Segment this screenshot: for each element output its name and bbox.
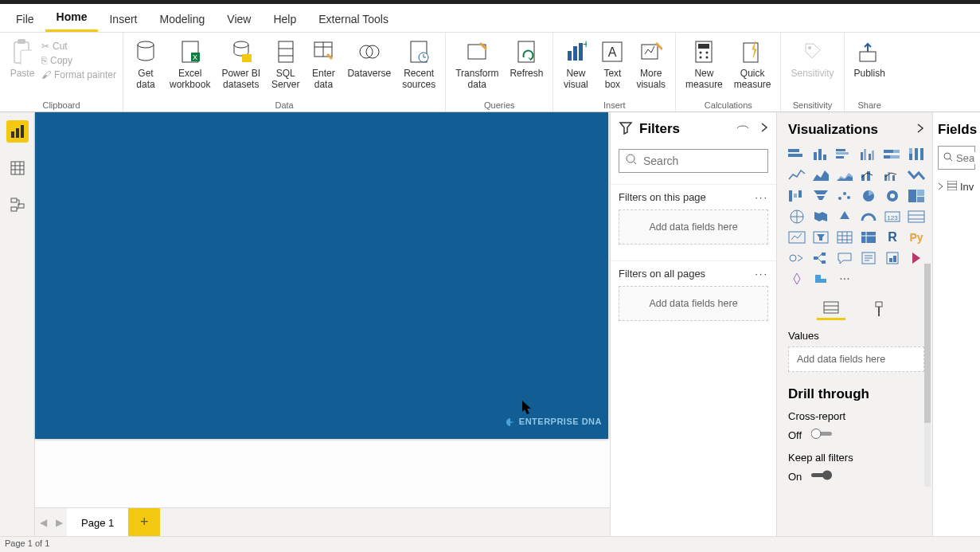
svg-point-30 bbox=[700, 52, 702, 54]
page-prev[interactable]: ◀ bbox=[35, 517, 51, 528]
menu-home[interactable]: Home bbox=[45, 4, 99, 32]
viz-line[interactable] bbox=[787, 166, 807, 184]
viz-funnel[interactable] bbox=[810, 187, 831, 205]
viz-area[interactable] bbox=[810, 166, 831, 184]
enter-data-button[interactable]: Enter data bbox=[307, 37, 339, 92]
viz-custom1[interactable] bbox=[787, 270, 807, 288]
page-next[interactable]: ▶ bbox=[51, 517, 67, 528]
recent-sources-button[interactable]: Recent sources bbox=[399, 37, 439, 92]
viz-gauge[interactable] bbox=[858, 208, 879, 225]
values-drop[interactable]: Add data fields here bbox=[788, 346, 924, 372]
filters-all-drop[interactable]: Add data fields here bbox=[619, 286, 768, 321]
add-page-button[interactable]: + bbox=[128, 508, 160, 536]
viz-matrix[interactable] bbox=[858, 229, 879, 246]
collapse-filters-icon[interactable] bbox=[760, 122, 768, 136]
viz-decomposition[interactable] bbox=[810, 249, 831, 267]
page-tab-1[interactable]: Page 1 bbox=[67, 508, 128, 536]
viz-stacked-column[interactable] bbox=[810, 146, 831, 163]
report-canvas[interactable]: ENTERPRISE DNA bbox=[35, 112, 608, 439]
viz-fields-tab[interactable] bbox=[817, 300, 845, 320]
viz-key-influencers[interactable] bbox=[787, 249, 807, 267]
viz-qa[interactable] bbox=[834, 249, 855, 267]
viz-stacked-area[interactable] bbox=[834, 166, 855, 184]
ribbon-group-calculations: New measure Quick measure Calculations bbox=[676, 33, 781, 112]
viz-format-tab[interactable] bbox=[865, 300, 893, 320]
viz-stacked-bar[interactable] bbox=[787, 146, 807, 163]
viz-azure-map[interactable] bbox=[834, 208, 855, 225]
viz-slicer[interactable] bbox=[810, 229, 831, 246]
viz-scatter[interactable] bbox=[834, 187, 855, 205]
viz-python[interactable]: Py bbox=[906, 229, 927, 246]
refresh-button[interactable]: Refresh bbox=[506, 37, 546, 80]
viz-table[interactable] bbox=[834, 229, 855, 246]
rail-model-view[interactable] bbox=[6, 194, 29, 216]
viz-waterfall[interactable] bbox=[787, 187, 807, 205]
pbi-datasets-button[interactable]: Power BI datasets bbox=[218, 37, 264, 92]
viz-multi-card[interactable] bbox=[906, 208, 927, 225]
menu-insert[interactable]: Insert bbox=[98, 6, 148, 32]
quick-measure-button[interactable]: Quick measure bbox=[731, 37, 775, 92]
fields-search-input[interactable] bbox=[956, 152, 980, 164]
filters-page-more-icon[interactable]: ··· bbox=[755, 191, 768, 203]
viz-line-column[interactable] bbox=[858, 166, 879, 184]
field-table-item[interactable]: Inv bbox=[938, 181, 975, 193]
transform-data-button[interactable]: Transform data bbox=[452, 37, 502, 92]
publish-button[interactable]: Publish bbox=[851, 37, 888, 80]
filters-search-input[interactable] bbox=[643, 155, 783, 167]
publish-icon bbox=[858, 39, 880, 65]
viz-card[interactable]: 123 bbox=[882, 208, 903, 225]
cut-button[interactable]: ✂Cut bbox=[41, 41, 116, 52]
new-visual-button[interactable]: + New visual bbox=[560, 37, 592, 92]
viz-clustered-bar[interactable] bbox=[834, 146, 855, 163]
menu-file[interactable]: File bbox=[5, 6, 45, 32]
sensitivity-button[interactable]: Sensitivity bbox=[787, 37, 837, 80]
viz-line-clustered[interactable] bbox=[882, 166, 903, 184]
svg-rect-95 bbox=[837, 232, 852, 243]
viz-map[interactable] bbox=[787, 208, 807, 225]
text-box-button[interactable]: A Text box bbox=[596, 37, 628, 92]
filters-all-more-icon[interactable]: ··· bbox=[755, 268, 768, 280]
more-visuals-button[interactable]: More visuals bbox=[633, 37, 669, 92]
keep-filters-toggle[interactable] bbox=[811, 470, 835, 483]
svg-line-126 bbox=[950, 159, 952, 161]
eye-icon[interactable] bbox=[736, 122, 749, 136]
viz-more[interactable]: ··· bbox=[834, 270, 855, 288]
viz-ribbon[interactable] bbox=[906, 166, 927, 184]
viz-pie[interactable] bbox=[858, 187, 879, 205]
filters-page-drop[interactable]: Add data fields here bbox=[619, 209, 768, 245]
viz-treemap[interactable] bbox=[906, 187, 927, 205]
viz-narrative[interactable] bbox=[858, 249, 879, 267]
viz-filled-map[interactable] bbox=[810, 208, 831, 225]
viz-donut[interactable] bbox=[882, 187, 903, 205]
excel-button[interactable]: X Excel workbook bbox=[166, 37, 213, 92]
format-painter-button[interactable]: 🖌Format painter bbox=[41, 69, 116, 80]
pbi-dataset-icon bbox=[231, 39, 252, 65]
viz-r[interactable]: R bbox=[882, 229, 903, 246]
chevron-right-icon bbox=[938, 181, 944, 193]
viz-100-column[interactable] bbox=[906, 146, 927, 163]
rail-data-view[interactable] bbox=[6, 157, 29, 179]
collapse-viz-icon[interactable] bbox=[916, 123, 924, 137]
viz-paginated[interactable] bbox=[882, 249, 903, 267]
menu-modeling[interactable]: Modeling bbox=[148, 6, 216, 32]
menu-external-tools[interactable]: External Tools bbox=[307, 6, 400, 32]
viz-scrollbar[interactable] bbox=[924, 264, 931, 487]
paste-button[interactable]: Paste bbox=[6, 37, 38, 80]
filters-search[interactable] bbox=[619, 149, 768, 173]
get-data-button[interactable]: Get data bbox=[130, 37, 162, 92]
svg-point-124 bbox=[822, 471, 832, 480]
viz-kpi[interactable] bbox=[787, 229, 807, 246]
viz-clustered-column[interactable] bbox=[858, 146, 879, 163]
viz-100-bar[interactable] bbox=[882, 146, 903, 163]
viz-custom2[interactable] bbox=[810, 270, 831, 288]
sql-server-button[interactable]: SQL Server bbox=[268, 37, 303, 92]
fields-search[interactable] bbox=[938, 146, 975, 170]
menu-help[interactable]: Help bbox=[262, 6, 307, 32]
new-measure-button[interactable]: New measure bbox=[682, 37, 726, 92]
copy-button[interactable]: ⎘Copy bbox=[41, 55, 116, 66]
dataverse-button[interactable]: Dataverse bbox=[344, 37, 394, 80]
menu-view[interactable]: View bbox=[216, 6, 262, 32]
cross-report-toggle[interactable] bbox=[811, 429, 835, 442]
rail-report-view[interactable] bbox=[6, 120, 29, 143]
fields-panel: Fields Inv bbox=[932, 112, 980, 536]
